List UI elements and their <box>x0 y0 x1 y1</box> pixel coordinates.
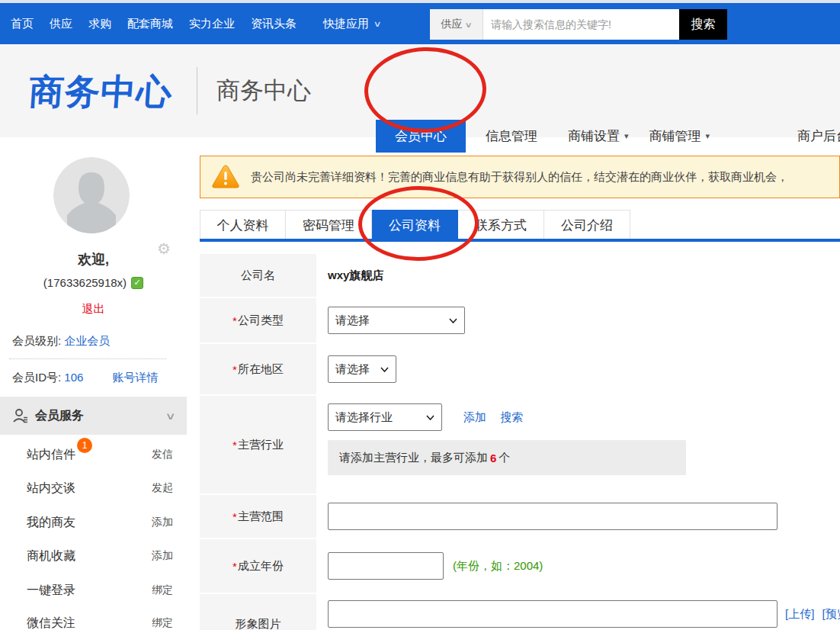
label-text: 公司类型 <box>238 313 284 328</box>
member-services-title: 会员服务 <box>35 408 84 424</box>
member-id-row: 会员ID号: 106 账号详情 <box>12 371 180 385</box>
company-info-form: 公司名 wxy旗舰店 * 公司类型 请选择 * 所在地区 <box>200 254 840 630</box>
preview-link[interactable]: [预览] <box>822 607 840 620</box>
topbar-link-news[interactable]: 资讯头条 <box>251 17 297 31</box>
sidebar-item-messages: 站内信件 1 发信 <box>0 438 187 471</box>
label-text: 主营行业 <box>238 438 284 452</box>
note-count: 6 <box>490 452 496 464</box>
chevron-down-icon <box>380 367 389 372</box>
bind-onelogin-link[interactable]: 绑定 <box>152 583 173 597</box>
company-type-select[interactable]: 请选择 <box>328 307 465 334</box>
company-name-label: 公司名 <box>200 254 316 297</box>
image-input[interactable] <box>328 600 777 628</box>
sidebar-item-onelogin-link[interactable]: 一键登录 <box>27 583 75 599</box>
quick-app-label: 快捷应用 <box>323 17 369 31</box>
year-label: * 成立年份 <box>200 539 316 593</box>
member-id-label: 会员ID号: <box>12 371 61 384</box>
site-header: 商务中心 商务中心 会员中心 信息管理 商铺设置 ▾ 商铺管理 ▾ 商户后台 ▾ <box>0 44 840 137</box>
quick-app-menu[interactable]: 快捷应用 ∨ <box>323 17 380 31</box>
member-level-label: 会员级别: <box>12 334 61 347</box>
select-value: 请选择行业 <box>335 410 393 425</box>
topbar: 首页 供应 求购 配套商城 实力企业 资讯头条 快捷应用 ∨ 供应 ∨ 搜索 <box>0 3 840 44</box>
company-type-label: * 公司类型 <box>200 298 316 342</box>
sidebar-item-favorites-link[interactable]: 商机收藏 <box>27 548 75 564</box>
member-services-icon <box>12 407 29 424</box>
sidebar-item-chat-link[interactable]: 站内交谈 <box>27 481 75 497</box>
row-company-type: * 公司类型 请选择 <box>200 298 840 342</box>
logo-divider <box>197 67 197 114</box>
tab-password[interactable]: 密码管理 <box>286 210 372 239</box>
main-content: 贵公司尚未完善详细资料！完善的商业信息有助于获得别人的信任，结交潜在的商业伙伴，… <box>200 137 840 630</box>
required-mark: * <box>232 560 237 573</box>
site-subtitle: 商务中心 <box>216 75 311 107</box>
add-contact-link[interactable]: 添加 <box>152 516 173 529</box>
label-text: 成立年份 <box>238 559 284 574</box>
warning-icon <box>211 164 240 190</box>
scope-input[interactable] <box>328 503 777 530</box>
sidebar-item-contacts-link[interactable]: 我的商友 <box>27 515 75 531</box>
send-message-link[interactable]: 发信 <box>152 448 173 461</box>
row-year: * 成立年份 (年份，如：2004) <box>200 539 840 593</box>
chevron-down-icon: ∨ <box>373 19 381 29</box>
search-category-value: 供应 <box>441 18 462 31</box>
start-chat-link[interactable]: 发起 <box>152 481 173 495</box>
sidebar-item-wechat-link[interactable]: 微信关注 <box>27 616 75 630</box>
chevron-down-icon[interactable]: ∨ <box>165 410 176 422</box>
row-region: * 所在地区 请选择 <box>200 344 840 394</box>
image-label: 形象图片 <box>200 594 316 630</box>
note-suffix: 个 <box>499 451 510 465</box>
scope-label: * 主营范围 <box>200 495 316 538</box>
account-row: (17633625918x) ✓ <box>0 276 187 289</box>
label-text: 公司名 <box>241 268 275 283</box>
sidebar-item-wechat: 微信关注 绑定 <box>0 606 187 630</box>
row-image: 形象图片 [上传] [预览] <box>200 594 840 630</box>
add-favorite-link[interactable]: 添加 <box>152 549 173 563</box>
tab-company-info[interactable]: 公司资料 <box>372 210 458 239</box>
topbar-link-buy[interactable]: 求购 <box>88 17 111 31</box>
account-detail-link[interactable]: 账号详情 <box>113 371 159 384</box>
required-mark: * <box>232 314 237 327</box>
search-button[interactable]: 搜索 <box>679 9 727 40</box>
sidebar-item-messages-link[interactable]: 站内信件 1 <box>27 447 75 463</box>
member-services-header[interactable]: 会员服务 ∨ <box>0 397 187 435</box>
tab-personal-info[interactable]: 个人资料 <box>200 210 286 239</box>
verified-check-icon: ✓ <box>131 277 143 289</box>
sidebar: ⚙ 欢迎, (17633625918x) ✓ 退出 会员级别: 企业会员 会员I… <box>0 137 187 630</box>
tab-company-intro[interactable]: 公司介绍 <box>544 210 630 239</box>
bind-wechat-link[interactable]: 绑定 <box>152 616 173 630</box>
member-level-link[interactable]: 企业会员 <box>64 334 110 347</box>
company-name-value: wxy旗舰店 <box>328 268 383 283</box>
label-text: 形象图片 <box>236 617 281 630</box>
topbar-link-enterprise[interactable]: 实力企业 <box>189 17 235 31</box>
logout-link[interactable]: 退出 <box>0 302 187 317</box>
industry-add-link[interactable]: 添加 <box>463 410 486 423</box>
select-value: 请选择 <box>335 313 370 328</box>
unread-badge: 1 <box>77 438 92 453</box>
search-input[interactable] <box>483 9 679 40</box>
person-silhouette-icon <box>53 157 130 233</box>
tab-underline <box>200 239 840 242</box>
topbar-link-mall[interactable]: 配套商城 <box>127 17 173 31</box>
upload-link[interactable]: [上传] <box>785 607 814 620</box>
region-select[interactable]: 请选择 <box>328 355 396 383</box>
row-scope: * 主营范围 <box>200 495 840 538</box>
sidebar-item-messages-label: 站内信件 <box>27 448 75 461</box>
welcome-text: 欢迎, <box>0 250 187 268</box>
profile-tabs: 个人资料 密码管理 公司资料 联系方式 公司介绍 <box>200 210 630 239</box>
required-mark: * <box>232 363 237 376</box>
divider <box>9 358 166 359</box>
avatar[interactable] <box>53 157 130 233</box>
topbar-link-home[interactable]: 首页 <box>11 17 34 31</box>
site-logo[interactable]: 商务中心 <box>27 69 174 116</box>
year-input[interactable] <box>328 552 444 580</box>
search-box: 供应 ∨ 搜索 <box>430 9 727 40</box>
sidebar-item-contacts: 我的商友 添加 <box>0 506 187 539</box>
topbar-link-supply[interactable]: 供应 <box>50 17 72 31</box>
member-level-row: 会员级别: 企业会员 <box>12 334 110 349</box>
industry-select[interactable]: 请选择行业 <box>328 403 442 431</box>
required-mark: * <box>232 439 237 452</box>
search-category-select[interactable]: 供应 ∨ <box>430 9 483 40</box>
sidebar-item-chat: 站内交谈 发起 <box>0 471 187 505</box>
tab-contact[interactable]: 联系方式 <box>458 210 544 239</box>
industry-search-link[interactable]: 搜索 <box>500 410 523 423</box>
